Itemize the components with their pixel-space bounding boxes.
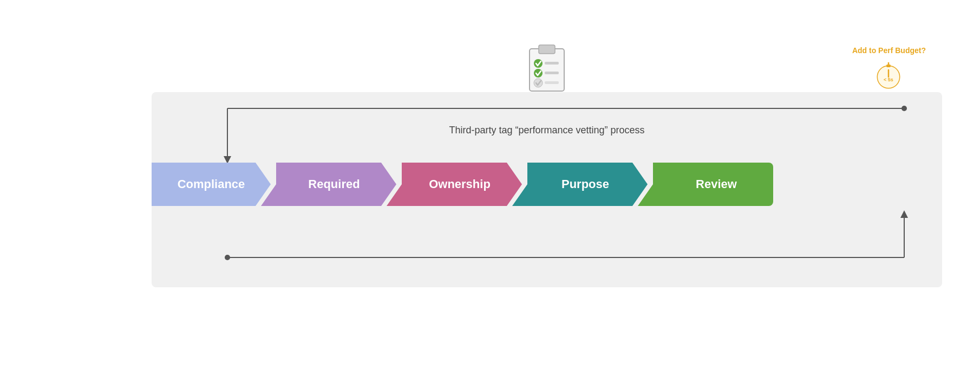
steps-row: Compliance Required Ownership Purpose Re… bbox=[152, 163, 773, 206]
svg-rect-9 bbox=[539, 45, 555, 54]
step-purpose-label: Purpose bbox=[561, 177, 609, 191]
perf-budget-area: Add to Perf Budget? < 5s bbox=[852, 46, 926, 91]
svg-rect-15 bbox=[545, 81, 559, 84]
step-purpose[interactable]: Purpose bbox=[512, 163, 648, 206]
clipboard-checklist-icon bbox=[525, 41, 569, 95]
clipboard-area bbox=[525, 41, 569, 97]
svg-rect-13 bbox=[545, 72, 559, 74]
diagram-container: Third-party tag “performance vetting” pr… bbox=[152, 92, 942, 287]
perf-budget-label: Add to Perf Budget? bbox=[852, 46, 926, 55]
svg-point-12 bbox=[534, 69, 543, 78]
step-review[interactable]: Review bbox=[638, 163, 773, 206]
step-compliance-label: Compliance bbox=[178, 177, 245, 191]
step-required[interactable]: Required bbox=[261, 163, 396, 206]
step-review-label: Review bbox=[696, 177, 737, 191]
step-compliance[interactable]: Compliance bbox=[152, 163, 271, 206]
svg-rect-18 bbox=[886, 65, 891, 67]
process-title: Third-party tag “performance vetting” pr… bbox=[449, 125, 644, 136]
svg-point-14 bbox=[534, 79, 543, 87]
step-ownership[interactable]: Ownership bbox=[387, 163, 522, 206]
svg-marker-6 bbox=[900, 210, 908, 218]
svg-text:< 5s: < 5s bbox=[884, 77, 894, 82]
step-required-label: Required bbox=[308, 177, 360, 191]
svg-point-7 bbox=[901, 106, 907, 111]
step-ownership-label: Ownership bbox=[429, 177, 491, 191]
timer-icon: < 5s bbox=[874, 58, 904, 91]
svg-point-3 bbox=[225, 255, 230, 260]
svg-rect-11 bbox=[545, 62, 559, 65]
svg-point-10 bbox=[534, 59, 543, 68]
